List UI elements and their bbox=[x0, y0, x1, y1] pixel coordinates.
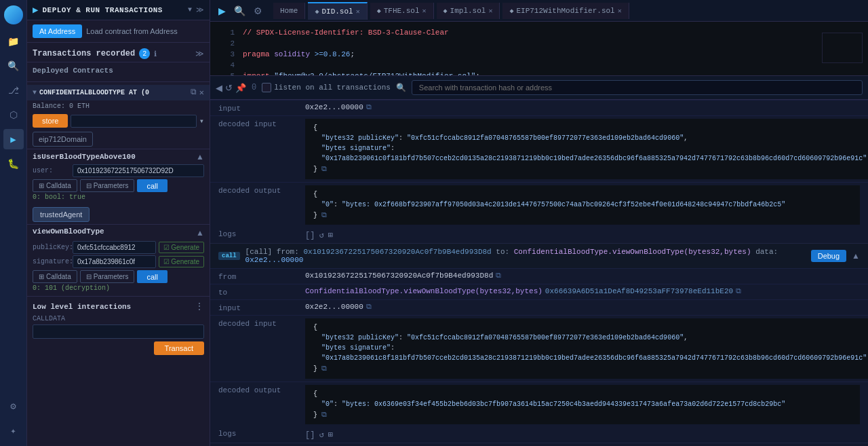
did-tab-label: DID.sol bbox=[321, 7, 353, 16]
search-bar: ◀ ↺ 📌 0 listen on all transactions 🔍 bbox=[210, 76, 868, 100]
parameters-icon-2: ⊟ bbox=[86, 273, 92, 280]
transact-button[interactable]: Transact bbox=[154, 341, 204, 355]
contract-header[interactable]: ▼ CONFIDENTIALBLOODTYPE AT (0 ⧉ ✕ bbox=[27, 85, 210, 100]
tx1-decoded-output-value: { "0": "bytes: 0x2f668bf923907aff97050d0… bbox=[305, 185, 860, 225]
tx1-logs-array-icon: [] bbox=[305, 231, 315, 240]
eip712-button[interactable]: eip712Domain bbox=[33, 132, 93, 147]
contract-collapse-icon: ▼ bbox=[33, 89, 37, 96]
more-icon[interactable]: ⋮ bbox=[195, 301, 204, 312]
tx2-call-header: call [call] from: 0x10192367225175067320… bbox=[210, 244, 868, 268]
store-button[interactable]: store bbox=[33, 114, 68, 128]
close-contract-icon[interactable]: ✕ bbox=[199, 88, 204, 98]
listen-toggle[interactable]: listen on all transactions bbox=[262, 83, 391, 92]
tx1-input-copy-icon[interactable]: ⧉ bbox=[366, 103, 372, 111]
tx1-logs-refresh-icon[interactable]: ↺ bbox=[319, 230, 323, 240]
calldata-input-field[interactable] bbox=[33, 324, 204, 339]
tx1-logs-expand-icon[interactable]: ⊞ bbox=[328, 230, 333, 240]
search-refresh-button[interactable]: ↺ bbox=[225, 83, 233, 93]
code-line-1: 1 // SPDX-License-Identifier: BSD-3-Clau… bbox=[221, 27, 857, 38]
toggle-checkbox[interactable] bbox=[262, 83, 271, 92]
tx2-to-copy-icon[interactable]: ⧉ bbox=[736, 287, 741, 295]
sidebar-icon-search[interactable]: 🔍 bbox=[3, 56, 24, 76]
trusted-agent-row: trustedAgent bbox=[27, 205, 210, 224]
sidebar-icon-terminal[interactable]: ✦ bbox=[3, 420, 24, 441]
tfhe-tab-label: TFHE.sol bbox=[384, 7, 420, 15]
calldata-button-2[interactable]: ⊞ Calldata bbox=[33, 270, 77, 283]
signature-input[interactable] bbox=[73, 255, 156, 268]
decoded-input-copy-2[interactable]: ⧉ bbox=[321, 365, 327, 373]
tx2-to-label: to bbox=[218, 287, 300, 297]
tx2-input-copy-icon[interactable]: ⧉ bbox=[366, 303, 372, 311]
checkbox-icon: ☑ bbox=[163, 244, 170, 251]
pin-button[interactable]: 📌 bbox=[235, 83, 246, 93]
tx1-input-row: input 0x2e2...00000 ⧉ bbox=[210, 100, 868, 115]
deployed-contracts-title: Deployed Contracts bbox=[33, 67, 204, 75]
sidebar-icon-settings[interactable]: ⚙ bbox=[3, 396, 24, 416]
isUserBloodType-collapse-btn[interactable]: ▲ bbox=[196, 152, 204, 162]
call-button-2[interactable]: call bbox=[137, 270, 167, 283]
transaction-panel: input 0x2e2...00000 ⧉ decoded input { "b… bbox=[210, 100, 868, 446]
chevron-down-icon[interactable]: ▼ bbox=[188, 6, 192, 14]
sidebar: 📁 🔍 ⎇ ⬡ ▶ 🐛 ⚙ ✦ bbox=[0, 0, 27, 446]
parameters-button-2[interactable]: ⊟ Parameters bbox=[80, 270, 135, 283]
did-tab-close[interactable]: ✕ bbox=[356, 7, 360, 16]
tx2-collapse-button[interactable]: ▲ bbox=[852, 251, 860, 261]
tx2-logs-expand-icon[interactable]: ⊞ bbox=[328, 430, 333, 440]
publicKey-input[interactable] bbox=[73, 241, 156, 254]
info-icon[interactable]: ℹ bbox=[154, 50, 157, 58]
sidebar-icon-debug[interactable]: 🐛 bbox=[3, 153, 24, 174]
publicKey-row: publicKey: ☑ Generate bbox=[33, 241, 204, 254]
decoded-output-copy-2[interactable]: ⧉ bbox=[321, 411, 327, 419]
bool-result: 0: bool: true bbox=[33, 192, 204, 202]
copy-contract-icon[interactable]: ⧉ bbox=[191, 88, 197, 98]
transactions-expand-icon[interactable]: ≫ bbox=[195, 49, 204, 59]
code-editor[interactable]: 1 // SPDX-License-Identifier: BSD-3-Clau… bbox=[210, 22, 868, 76]
parameters-button-1[interactable]: ⊟ Parameters bbox=[80, 179, 135, 192]
trusted-agent-button[interactable]: trustedAgent bbox=[33, 207, 90, 222]
address-bar: At Address Load contract from Address bbox=[27, 20, 210, 43]
eip712-tab-close[interactable]: ✕ bbox=[618, 7, 622, 15]
impl-tab-close[interactable]: ✕ bbox=[488, 7, 492, 15]
calldata-button-1[interactable]: ⊞ Calldata bbox=[33, 179, 77, 192]
expand-icon[interactable]: ≫ bbox=[196, 5, 204, 14]
tab-home[interactable]: Home bbox=[273, 3, 305, 19]
tab-eip712[interactable]: ◆ EIP712WithModifier.sol ✕ bbox=[502, 3, 629, 19]
tx2-logs-refresh-icon[interactable]: ↺ bbox=[319, 430, 323, 440]
back-button[interactable]: ◀ bbox=[216, 83, 222, 93]
tx2-from-copy-icon[interactable]: ⧉ bbox=[496, 272, 501, 280]
search-top-button[interactable]: 🔍 bbox=[231, 4, 248, 18]
tx2-from-row: from 0x10192367225175067320920Ac0f7b9B4e… bbox=[210, 268, 868, 284]
sidebar-icon-git[interactable]: ⎇ bbox=[3, 80, 24, 100]
viewOwnBloodType-title: viewOwnBloodType bbox=[33, 227, 104, 236]
tab-impl[interactable]: ◆ Impl.sol ✕ bbox=[437, 3, 500, 19]
generate-signature-button[interactable]: ☑ Generate bbox=[159, 256, 204, 267]
search-input[interactable] bbox=[412, 80, 863, 95]
sidebar-icon-deploy[interactable]: ▶ bbox=[3, 129, 24, 149]
viewOwnBloodType-collapse-btn[interactable]: ▲ bbox=[196, 228, 204, 238]
call-button-1[interactable]: call bbox=[137, 179, 167, 192]
tx2-decoded-output-label: decoded output bbox=[218, 385, 300, 425]
debug-button-2[interactable]: Debug bbox=[811, 250, 846, 262]
home-tab-label: Home bbox=[280, 7, 298, 15]
eip712-tab-label: EIP712WithModifier.sol bbox=[516, 7, 614, 15]
sidebar-icon-files[interactable]: 📁 bbox=[3, 31, 24, 52]
sidebar-icon-plugin[interactable]: ⬡ bbox=[3, 105, 24, 125]
user-input[interactable] bbox=[73, 164, 204, 177]
tab-did[interactable]: ◆ DID.sol ✕ bbox=[308, 2, 367, 20]
run-top-button[interactable]: ▶ bbox=[216, 4, 229, 18]
decoded-output-copy-1[interactable]: ⧉ bbox=[321, 211, 327, 219]
dropdown-icon[interactable]: ▾ bbox=[199, 116, 204, 126]
generate-publickey-button[interactable]: ☑ Generate bbox=[159, 242, 204, 253]
tfhe-tab-close[interactable]: ✕ bbox=[422, 7, 427, 15]
tab-tfhe[interactable]: ◆ TFHE.sol ✕ bbox=[370, 3, 434, 19]
did-sol-icon: ◆ bbox=[315, 7, 319, 16]
at-address-button[interactable]: At Address bbox=[33, 24, 82, 38]
settings-top-button[interactable]: ⚙ bbox=[251, 4, 265, 18]
run-button[interactable]: ▶ bbox=[33, 4, 38, 16]
eip712-sol-icon: ◆ bbox=[509, 7, 513, 15]
load-contract-button[interactable]: Load contract from Address bbox=[86, 24, 178, 38]
decoded-input-copy-1[interactable]: ⧉ bbox=[321, 165, 327, 173]
tx2-decoded-input-row: decoded input { "bytes32 publicKey": "0x… bbox=[210, 315, 868, 382]
isUserBloodType-section: isUserBloodTypeAbove100 ▲ user: ⊞ Callda… bbox=[27, 149, 210, 205]
store-input[interactable] bbox=[71, 115, 196, 128]
